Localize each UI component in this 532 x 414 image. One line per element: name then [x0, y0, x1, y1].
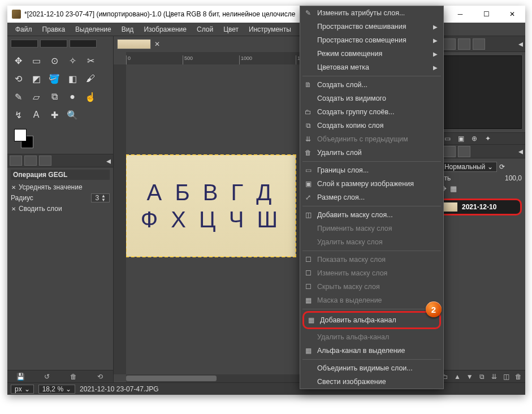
save-icon[interactable]: 💾 [15, 373, 25, 381]
ctx-add-mask[interactable]: ◫Добавить маску слоя... [300, 208, 443, 222]
crop-tool[interactable]: ✂ [83, 53, 98, 68]
layer-context-menu[interactable]: ✎Изменить атрибуты слоя... Пространство … [300, 6, 444, 389]
ctx-alpha-to-sel[interactable]: ▦Альфа-канал в выделение [300, 344, 443, 357]
opt-flatten[interactable]: Сводить слои [19, 205, 62, 213]
lower-layer-icon[interactable]: ▼ [465, 373, 474, 381]
raise-layer-icon[interactable]: ▲ [453, 373, 462, 381]
ctx-blend-ranges[interactable]: Пространство совмещения▶ [300, 33, 443, 47]
dock-tab[interactable] [10, 156, 22, 166]
rotate-tool[interactable]: ⟲ [11, 71, 25, 86]
path-tool[interactable]: ↯ [11, 107, 25, 122]
menu-image[interactable]: Изображение [139, 24, 191, 34]
ctx-delete[interactable]: 🗑Удалить слой [300, 146, 443, 159]
canvas-image[interactable]: А Б В Г Д Ф Х Ц Ч Ш [126, 155, 296, 257]
dock-menu-icon[interactable]: ◂ [518, 146, 523, 157]
gear-icon[interactable]: ✦ [483, 134, 493, 143]
ctx-layer-size[interactable]: ⤢Размер слоя... [300, 191, 443, 204]
clone-tool[interactable]: ⧉ [47, 89, 62, 104]
fit-icon: ▣ [304, 179, 313, 188]
ctx-new-from-visible[interactable]: Создать из видимого [300, 92, 443, 105]
checkbox-icon[interactable]: ✕ [11, 184, 16, 190]
font-tab-icon[interactable] [458, 38, 470, 50]
close-button[interactable]: ✕ [499, 6, 525, 23]
checkbox-icon: ☐ [304, 282, 313, 291]
opt-average[interactable]: Усреднять значение [19, 183, 83, 191]
channels-tab-icon[interactable] [443, 146, 456, 157]
zoom-in-icon[interactable]: ⊕ [469, 134, 479, 143]
blur-tool[interactable]: ● [65, 89, 80, 104]
menu-layer[interactable]: Слой [192, 24, 218, 34]
zoom-fit-icon[interactable]: ▣ [456, 134, 466, 143]
resize-icon: ⤢ [304, 193, 313, 202]
ctx-duplicate[interactable]: ⧉Создать копию слоя [300, 119, 443, 132]
mask-icon[interactable]: ◫ [502, 373, 511, 381]
ctx-new-group[interactable]: 🗀Создать группу слоёв... [300, 105, 443, 119]
maximize-button[interactable]: ☐ [473, 6, 499, 23]
layer-name-label[interactable]: 2021-12-10 [462, 203, 496, 211]
toolbox-preview [11, 40, 38, 48]
ctx-edit-attrs[interactable]: ✎Изменить атрибуты слоя... [300, 6, 443, 20]
menu-edit[interactable]: Правка [38, 24, 70, 34]
move-tool[interactable]: ✥ [11, 53, 25, 68]
menu-view[interactable]: Вид [117, 24, 139, 34]
dock-menu-icon[interactable]: ◂ [518, 38, 523, 49]
reset-mode-icon[interactable]: ⟳ [499, 163, 505, 171]
opacity-value[interactable]: 100,0 [505, 174, 522, 182]
scrollbar-thumb[interactable] [126, 376, 217, 381]
ctx-color-tag[interactable]: Цветовая метка▶ [300, 61, 443, 74]
menu-file[interactable]: Файл [11, 24, 37, 34]
ctx-merge-visible[interactable]: Объединить видимые слои... [300, 361, 443, 375]
ctx-flatten[interactable]: Свести изображение [300, 375, 443, 389]
gradient-tool[interactable]: ◧ [65, 71, 80, 86]
menu-tools[interactable]: Инструменты [244, 24, 296, 34]
ctx-composite-mode[interactable]: Режим совмещения▶ [300, 47, 443, 61]
left-dock-tabs[interactable]: ◂ [7, 154, 113, 167]
ctx-blend-space[interactable]: Пространство смешивания▶ [300, 20, 443, 33]
eraser-tool[interactable]: ▱ [29, 89, 44, 104]
color-swatches[interactable] [14, 129, 39, 152]
lock-alpha-icon[interactable]: ▦ [450, 184, 457, 193]
reset-icon[interactable]: ⟲ [95, 373, 105, 381]
image-tab[interactable] [117, 39, 151, 49]
rect-select-tool[interactable]: ▭ [29, 53, 44, 68]
dock-menu-icon[interactable]: ◂ [106, 156, 111, 166]
delete-icon[interactable]: 🗑 [68, 373, 79, 381]
blend-mode-select[interactable]: Нормальный ⌄ [440, 162, 497, 172]
wand-tool[interactable]: ✧ [65, 53, 80, 68]
text-tool[interactable]: A [29, 107, 44, 122]
warp-tool[interactable]: ◩ [29, 71, 44, 86]
duplicate-layer-icon[interactable]: ⧉ [478, 373, 487, 381]
titlebar[interactable]: *[2021-12-10 23-07-47] (импортировано)-1… [7, 6, 525, 23]
heal-tool[interactable]: ✚ [47, 107, 62, 122]
dock-tab[interactable] [24, 156, 37, 166]
dock-tab[interactable] [39, 156, 51, 166]
merge-layer-icon[interactable]: ⇊ [490, 373, 499, 381]
zoom-select[interactable]: 18,2 % ⌄ [38, 385, 75, 394]
fg-color[interactable] [14, 129, 27, 141]
lasso-tool[interactable]: ⊙ [47, 53, 62, 68]
minimize-button[interactable]: ─ [447, 6, 473, 23]
revert-icon[interactable]: ↺ [42, 373, 52, 381]
brush-tool[interactable]: 🖌 [83, 71, 98, 86]
ctx-add-alpha[interactable]: 2 ▦Добавить альфа-канал [302, 311, 441, 329]
zoom-tool[interactable]: 🔍 [65, 107, 80, 122]
unit-select[interactable]: px ⌄ [11, 385, 34, 394]
tab-close-icon[interactable]: ✕ [154, 40, 160, 48]
menubar[interactable]: Файл Правка Выделение Вид Изображение Сл… [7, 23, 525, 36]
pencil-tool[interactable]: ✎ [11, 89, 25, 104]
bucket-tool[interactable]: 🪣 [47, 71, 62, 86]
pattern-tab-icon[interactable] [443, 38, 456, 50]
ruler-vertical[interactable] [114, 64, 126, 374]
menu-select[interactable]: Выделение [71, 24, 116, 34]
checkbox-icon[interactable]: ✕ [11, 206, 16, 212]
paths-tab-icon[interactable] [458, 146, 470, 157]
menu-color[interactable]: Цвет [219, 24, 243, 34]
ctx-to-image-size[interactable]: ▣Слой к размеру изображения [300, 177, 443, 191]
history-tab-icon[interactable] [473, 38, 485, 50]
delete-icon: 🗑 [304, 148, 313, 157]
delete-layer-icon[interactable]: 🗑 [514, 373, 523, 381]
radius-spinner[interactable]: 3▲▼ [91, 193, 110, 202]
smudge-tool[interactable]: ☝ [83, 89, 98, 104]
ctx-boundary[interactable]: ▭Границы слоя... [300, 163, 443, 177]
ctx-new-layer[interactable]: 🗎Создать слой... [300, 78, 443, 92]
